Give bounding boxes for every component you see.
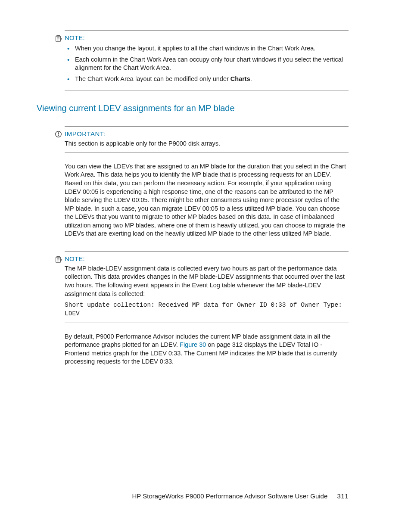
note-label: NOTE:	[65, 255, 85, 262]
text-fragment: .	[250, 75, 252, 82]
body-paragraph: You can view the LDEVs that are assigned…	[65, 162, 349, 238]
page-footer: HP StorageWorks P9000 Performance Adviso…	[132, 492, 349, 500]
note-body: The MP blade-LDEV assignment data is col…	[65, 263, 349, 298]
list-item: When you change the layout, it applies t…	[75, 44, 349, 53]
section-heading: Viewing current LDEV assignments for an …	[37, 103, 349, 113]
page-number: 311	[337, 492, 349, 500]
important-label: IMPORTANT:	[65, 130, 105, 137]
list-item: The Chart Work Area layout can be modifi…	[75, 75, 349, 84]
note-callout-2: NOTE: The MP blade-LDEV assignment data …	[65, 251, 349, 323]
body-paragraph: By default, P9000 Performance Advisor in…	[65, 333, 349, 366]
note-bullet-list: When you change the layout, it applies t…	[65, 42, 349, 83]
bold-text: Charts	[230, 75, 250, 82]
note-icon	[55, 255, 62, 263]
important-callout: IMPORTANT: This section is applicable on…	[65, 126, 349, 153]
note-icon	[55, 34, 62, 42]
figure-link[interactable]: Figure 30	[180, 341, 206, 348]
important-body: This section is applicable only for the …	[65, 138, 349, 148]
important-icon	[55, 131, 62, 138]
list-item: Each column in the Chart Work Area can o…	[75, 56, 349, 72]
note-label: NOTE:	[65, 34, 85, 41]
text-fragment: The Chart Work Area layout can be modifi…	[75, 75, 230, 82]
svg-rect-2	[58, 133, 59, 135]
svg-rect-3	[58, 135, 59, 136]
footer-title: HP StorageWorks P9000 Performance Adviso…	[132, 492, 327, 500]
note-callout-1: NOTE: When you change the layout, it app…	[65, 30, 349, 90]
code-sample: Short update collection: Received MP dat…	[65, 298, 349, 318]
